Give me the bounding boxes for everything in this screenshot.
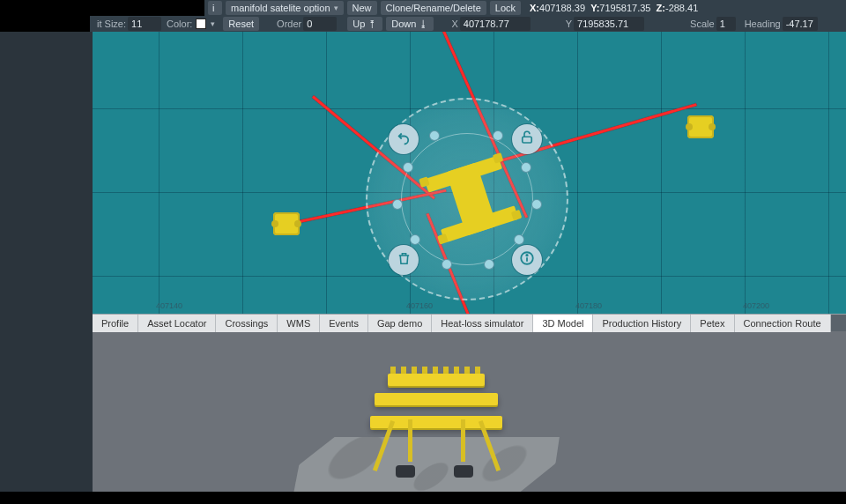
- up-button[interactable]: Up ⭱: [347, 17, 382, 31]
- heading-label: Heading: [745, 19, 781, 29]
- lock-button[interactable]: Lock: [490, 1, 521, 15]
- connection-handle[interactable]: [521, 162, 531, 173]
- order-input[interactable]: 0: [303, 17, 337, 31]
- size-input[interactable]: 11: [128, 17, 161, 31]
- viewer-3d[interactable]: [93, 331, 846, 492]
- grid-x-label: 407140: [156, 301, 182, 310]
- coord-x: 407188.39: [539, 3, 585, 13]
- x-label: X: [451, 19, 457, 29]
- scale-input[interactable]: 1: [716, 17, 736, 31]
- toolbar-row-2: it Size: 11 Color: ▾ Reset Order 0 Up ⭱ …: [90, 16, 846, 32]
- clone-rename-delete-button[interactable]: Clone/Rename/Delete: [381, 1, 486, 15]
- connection-handle[interactable]: [429, 130, 440, 141]
- arrow-up-icon: ⭱: [367, 17, 377, 31]
- tab-asset-locator[interactable]: Asset Locator: [138, 315, 216, 332]
- order-label: Order: [277, 19, 301, 29]
- connection-handle[interactable]: [514, 234, 524, 245]
- tab-connection-route[interactable]: Connection Route: [735, 315, 831, 332]
- tabstrip-left-gutter: [0, 314, 93, 331]
- connection-handle[interactable]: [410, 234, 420, 245]
- unlock-action[interactable]: [512, 124, 542, 154]
- tab-crossings[interactable]: Crossings: [216, 315, 278, 332]
- info-action[interactable]: [512, 245, 542, 275]
- toolbar-row-1: i manifold satelite option New Clone/Ren…: [204, 0, 846, 16]
- undo-icon: [396, 130, 412, 149]
- satellite-node[interactable]: [273, 212, 300, 235]
- connection-handle[interactable]: [493, 130, 503, 141]
- satellite-node[interactable]: [687, 115, 714, 138]
- coord-x-key: X:: [530, 3, 539, 13]
- grid-x-label: 407200: [743, 301, 769, 310]
- tab-strip: Profile Asset Locator Crossings WMS Even…: [93, 314, 846, 331]
- coord-z: -288.41: [665, 3, 698, 13]
- grid-x-label: 407160: [406, 301, 433, 310]
- color-swatch[interactable]: [196, 19, 206, 29]
- tab-petex[interactable]: Petex: [691, 315, 734, 332]
- up-button-label: Up: [352, 17, 365, 31]
- tab-heat-loss-simulator[interactable]: Heat-loss simulator: [432, 315, 533, 332]
- tab-wms[interactable]: WMS: [278, 315, 320, 332]
- unlock-icon: [519, 130, 535, 149]
- size-label: it Size:: [97, 19, 126, 29]
- color-label: Color:: [167, 19, 192, 29]
- y-input[interactable]: 7195835.71: [574, 17, 644, 31]
- tab-profile[interactable]: Profile: [93, 315, 138, 332]
- coord-y: 7195817.35: [599, 3, 650, 13]
- heading-input[interactable]: -47.17: [783, 17, 818, 31]
- coord-y-key: Y:: [590, 3, 599, 13]
- letterbox-bottom: [0, 492, 846, 504]
- left-panel: [0, 32, 93, 314]
- coord-z-key: Z:: [657, 3, 665, 13]
- tabstrip-filler: [831, 315, 846, 331]
- connection-handle[interactable]: [484, 259, 494, 270]
- undo-action[interactable]: [389, 124, 419, 154]
- connection-handle[interactable]: [392, 199, 403, 210]
- object-select[interactable]: manifold satelite option: [226, 1, 344, 15]
- connection-handle[interactable]: [531, 199, 542, 210]
- object-select-value: manifold satelite option: [231, 1, 330, 15]
- svg-point-3: [526, 255, 528, 256]
- down-button[interactable]: Down ⭳: [386, 17, 434, 31]
- scale-label: Scale: [690, 19, 715, 29]
- map-canvas[interactable]: 407140 407160 407180 407200: [93, 32, 846, 314]
- delete-action[interactable]: [389, 245, 419, 275]
- grid-x-label: 407180: [575, 301, 602, 310]
- info-icon: [519, 250, 535, 270]
- reset-button[interactable]: Reset: [223, 17, 259, 31]
- trash-icon: [397, 251, 412, 270]
- y-label: Y: [566, 19, 572, 29]
- new-button[interactable]: New: [347, 1, 377, 15]
- tab-production-history[interactable]: Production History: [593, 315, 691, 332]
- connection-handle[interactable]: [442, 259, 452, 270]
- subsea-structure-3d: [366, 367, 507, 490]
- arrow-down-icon: ⭳: [419, 17, 428, 31]
- info-button[interactable]: i: [208, 1, 222, 15]
- svg-rect-0: [523, 137, 532, 143]
- down-button-label: Down: [391, 17, 416, 31]
- x-input[interactable]: 407178.77: [460, 17, 531, 31]
- tab-events[interactable]: Events: [320, 315, 368, 332]
- color-dropdown-icon[interactable]: ▾: [211, 19, 219, 28]
- connection-handle[interactable]: [403, 162, 413, 173]
- tab-gap-demo[interactable]: Gap demo: [368, 315, 432, 332]
- tab-3d-model[interactable]: 3D Model: [533, 315, 593, 332]
- cursor-coord-readout: X:407188.39 Y:7195817.35 Z:-288.41: [530, 3, 698, 13]
- viewer-left-gutter: [0, 331, 93, 504]
